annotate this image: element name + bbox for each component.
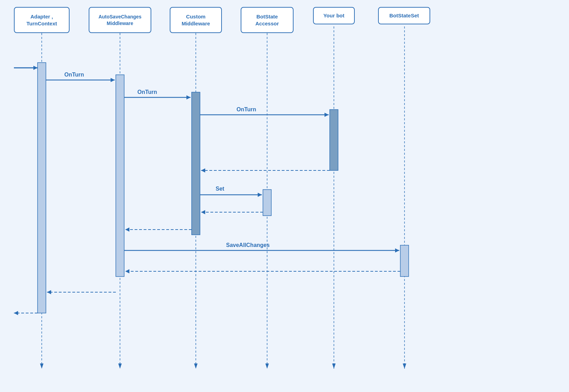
- background: [0, 0, 569, 392]
- actor-autosave: AutoSaveChanges Middleware: [89, 7, 151, 33]
- msg-onturn3-label: OnTurn: [237, 106, 256, 112]
- activation-autosave: [116, 75, 124, 277]
- msg-saveall-label: SaveAllChanges: [226, 242, 270, 248]
- activation-yourbot: [330, 110, 338, 170]
- actor-adapter: Adapter , TurnContext: [14, 7, 70, 33]
- msg-onturn1-label: OnTurn: [64, 72, 84, 78]
- activation-botstateset: [400, 245, 409, 277]
- activation-adapter: [38, 63, 46, 313]
- actor-botstateset: BotStateSet: [378, 7, 430, 24]
- actor-custom: Custom Middleware: [170, 7, 222, 33]
- actor-yourbot: Your bot: [313, 7, 355, 24]
- msg-onturn2-label: OnTurn: [137, 89, 157, 95]
- sequence-diagram-svg: OnTurn OnTurn OnTurn Set SaveAllChanges: [0, 0, 569, 392]
- actor-botstate: BotState Accessor: [241, 7, 294, 33]
- activation-botstate-set: [263, 190, 271, 216]
- activation-custom: [192, 92, 200, 235]
- msg-set-label: Set: [216, 186, 225, 192]
- diagram-container: OnTurn OnTurn OnTurn Set SaveAllChanges: [0, 0, 569, 392]
